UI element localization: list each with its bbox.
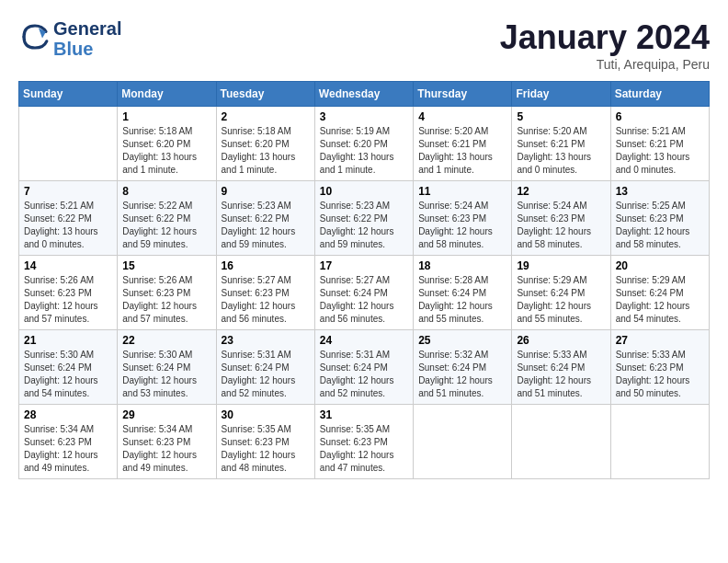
calendar-cell: 31Sunrise: 5:35 AM Sunset: 6:23 PM Dayli… (314, 405, 413, 479)
calendar-week-row: 21Sunrise: 5:30 AM Sunset: 6:24 PM Dayli… (19, 330, 710, 405)
calendar-cell: 2Sunrise: 5:18 AM Sunset: 6:20 PM Daylig… (216, 107, 314, 181)
calendar-cell: 12Sunrise: 5:24 AM Sunset: 6:23 PM Dayli… (512, 181, 610, 256)
weekday-header-thursday: Thursday (414, 82, 512, 107)
calendar-cell: 1Sunrise: 5:18 AM Sunset: 6:20 PM Daylig… (118, 107, 216, 181)
logo-blue: Blue (53, 39, 121, 59)
day-info: Sunrise: 5:29 AM Sunset: 6:24 PM Dayligh… (616, 274, 704, 326)
calendar-table: SundayMondayTuesdayWednesdayThursdayFrid… (18, 81, 710, 479)
calendar-cell (512, 405, 610, 479)
calendar-cell (610, 405, 709, 479)
day-number: 18 (418, 259, 506, 272)
day-info: Sunrise: 5:30 AM Sunset: 6:24 PM Dayligh… (24, 349, 112, 400)
calendar-cell: 27Sunrise: 5:33 AM Sunset: 6:23 PM Dayli… (610, 330, 709, 405)
calendar-cell: 3Sunrise: 5:19 AM Sunset: 6:20 PM Daylig… (314, 107, 413, 181)
day-number: 17 (320, 259, 408, 272)
calendar-cell: 10Sunrise: 5:23 AM Sunset: 6:22 PM Dayli… (314, 181, 413, 256)
day-info: Sunrise: 5:31 AM Sunset: 6:24 PM Dayligh… (222, 349, 310, 400)
day-info: Sunrise: 5:34 AM Sunset: 6:23 PM Dayligh… (122, 423, 210, 475)
calendar-cell: 22Sunrise: 5:30 AM Sunset: 6:24 PM Dayli… (118, 330, 216, 405)
day-number: 13 (616, 185, 704, 198)
calendar-week-row: 28Sunrise: 5:34 AM Sunset: 6:23 PM Dayli… (19, 405, 710, 479)
day-info: Sunrise: 5:23 AM Sunset: 6:22 PM Dayligh… (222, 200, 310, 251)
weekday-header-tuesday: Tuesday (216, 82, 314, 107)
day-number: 24 (320, 334, 408, 347)
day-number: 11 (418, 185, 506, 198)
day-number: 8 (122, 185, 210, 198)
day-info: Sunrise: 5:22 AM Sunset: 6:22 PM Dayligh… (122, 200, 210, 251)
day-number: 29 (122, 408, 210, 421)
calendar-cell: 5Sunrise: 5:20 AM Sunset: 6:21 PM Daylig… (512, 107, 610, 181)
day-info: Sunrise: 5:27 AM Sunset: 6:24 PM Dayligh… (320, 274, 408, 326)
weekday-header-friday: Friday (512, 82, 610, 107)
calendar-cell: 17Sunrise: 5:27 AM Sunset: 6:24 PM Dayli… (314, 256, 413, 330)
title-block: January 2024 Tuti, Arequipa, Peru (500, 18, 710, 72)
day-number: 14 (24, 259, 112, 272)
day-number: 23 (222, 334, 310, 347)
day-info: Sunrise: 5:24 AM Sunset: 6:23 PM Dayligh… (517, 200, 605, 251)
calendar-cell: 13Sunrise: 5:25 AM Sunset: 6:23 PM Dayli… (610, 181, 709, 256)
logo: General Blue (18, 18, 121, 59)
calendar-week-row: 7Sunrise: 5:21 AM Sunset: 6:22 PM Daylig… (19, 181, 710, 256)
calendar-cell: 28Sunrise: 5:34 AM Sunset: 6:23 PM Dayli… (19, 405, 118, 479)
day-info: Sunrise: 5:25 AM Sunset: 6:23 PM Dayligh… (616, 200, 704, 251)
day-info: Sunrise: 5:35 AM Sunset: 6:23 PM Dayligh… (222, 423, 310, 475)
logo-icon (20, 22, 50, 52)
day-info: Sunrise: 5:19 AM Sunset: 6:20 PM Dayligh… (320, 125, 408, 177)
day-number: 27 (616, 334, 704, 347)
calendar-cell: 14Sunrise: 5:26 AM Sunset: 6:23 PM Dayli… (19, 256, 118, 330)
day-number: 4 (418, 110, 506, 123)
weekday-header-monday: Monday (118, 82, 216, 107)
day-info: Sunrise: 5:31 AM Sunset: 6:24 PM Dayligh… (320, 349, 408, 400)
day-number: 21 (24, 334, 112, 347)
calendar-cell: 25Sunrise: 5:32 AM Sunset: 6:24 PM Dayli… (414, 330, 512, 405)
day-info: Sunrise: 5:18 AM Sunset: 6:20 PM Dayligh… (122, 125, 210, 177)
weekday-header-row: SundayMondayTuesdayWednesdayThursdayFrid… (19, 82, 710, 107)
logo-general: General (53, 18, 121, 39)
calendar-cell: 19Sunrise: 5:29 AM Sunset: 6:24 PM Dayli… (512, 256, 610, 330)
calendar-cell: 9Sunrise: 5:23 AM Sunset: 6:22 PM Daylig… (216, 181, 314, 256)
weekday-header-saturday: Saturday (610, 82, 709, 107)
day-number: 20 (616, 259, 704, 272)
day-info: Sunrise: 5:27 AM Sunset: 6:23 PM Dayligh… (222, 274, 310, 326)
day-info: Sunrise: 5:26 AM Sunset: 6:23 PM Dayligh… (122, 274, 210, 326)
calendar-cell: 7Sunrise: 5:21 AM Sunset: 6:22 PM Daylig… (19, 181, 118, 256)
calendar-cell: 4Sunrise: 5:20 AM Sunset: 6:21 PM Daylig… (414, 107, 512, 181)
month-title: January 2024 (500, 18, 710, 57)
calendar-cell: 21Sunrise: 5:30 AM Sunset: 6:24 PM Dayli… (19, 330, 118, 405)
day-number: 2 (222, 110, 310, 123)
calendar-cell: 6Sunrise: 5:21 AM Sunset: 6:21 PM Daylig… (610, 107, 709, 181)
day-info: Sunrise: 5:23 AM Sunset: 6:22 PM Dayligh… (320, 200, 408, 251)
page-header: General Blue January 2024 Tuti, Arequipa… (18, 18, 710, 72)
day-number: 16 (222, 259, 310, 272)
day-info: Sunrise: 5:29 AM Sunset: 6:24 PM Dayligh… (517, 274, 605, 326)
calendar-cell: 23Sunrise: 5:31 AM Sunset: 6:24 PM Dayli… (216, 330, 314, 405)
calendar-cell: 18Sunrise: 5:28 AM Sunset: 6:24 PM Dayli… (414, 256, 512, 330)
calendar-cell: 15Sunrise: 5:26 AM Sunset: 6:23 PM Dayli… (118, 256, 216, 330)
weekday-header-wednesday: Wednesday (314, 82, 413, 107)
calendar-cell (19, 107, 118, 181)
calendar-cell: 8Sunrise: 5:22 AM Sunset: 6:22 PM Daylig… (118, 181, 216, 256)
day-info: Sunrise: 5:21 AM Sunset: 6:22 PM Dayligh… (24, 200, 112, 251)
day-info: Sunrise: 5:34 AM Sunset: 6:23 PM Dayligh… (24, 423, 112, 475)
day-info: Sunrise: 5:28 AM Sunset: 6:24 PM Dayligh… (418, 274, 506, 326)
day-number: 5 (517, 110, 605, 123)
day-number: 6 (616, 110, 704, 123)
calendar-cell: 24Sunrise: 5:31 AM Sunset: 6:24 PM Dayli… (314, 330, 413, 405)
day-number: 28 (24, 408, 112, 421)
day-number: 10 (320, 185, 408, 198)
day-number: 22 (122, 334, 210, 347)
day-number: 26 (517, 334, 605, 347)
day-info: Sunrise: 5:30 AM Sunset: 6:24 PM Dayligh… (122, 349, 210, 400)
calendar-cell: 29Sunrise: 5:34 AM Sunset: 6:23 PM Dayli… (118, 405, 216, 479)
day-number: 1 (122, 110, 210, 123)
calendar-week-row: 14Sunrise: 5:26 AM Sunset: 6:23 PM Dayli… (19, 256, 710, 330)
day-info: Sunrise: 5:18 AM Sunset: 6:20 PM Dayligh… (222, 125, 310, 177)
day-info: Sunrise: 5:33 AM Sunset: 6:24 PM Dayligh… (517, 349, 605, 400)
calendar-week-row: 1Sunrise: 5:18 AM Sunset: 6:20 PM Daylig… (19, 107, 710, 181)
day-number: 30 (222, 408, 310, 421)
day-info: Sunrise: 5:24 AM Sunset: 6:23 PM Dayligh… (418, 200, 506, 251)
day-info: Sunrise: 5:33 AM Sunset: 6:23 PM Dayligh… (616, 349, 704, 400)
weekday-header-sunday: Sunday (19, 82, 118, 107)
day-number: 12 (517, 185, 605, 198)
day-info: Sunrise: 5:32 AM Sunset: 6:24 PM Dayligh… (418, 349, 506, 400)
